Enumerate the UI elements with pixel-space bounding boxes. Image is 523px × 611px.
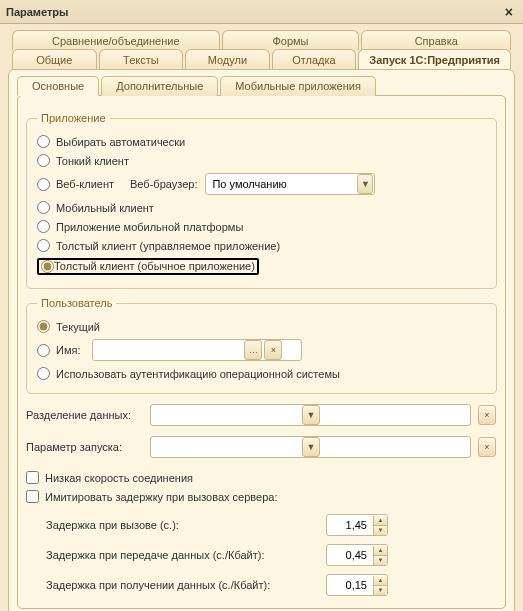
tab-help[interactable]: Справка	[361, 30, 511, 50]
radio-thin-label[interactable]: Тонкий клиент	[56, 155, 129, 167]
radio-web[interactable]	[37, 178, 50, 191]
radio-os-auth-label[interactable]: Использовать аутентификацию операционной…	[56, 368, 340, 380]
web-browser-combo[interactable]: ▼	[205, 173, 375, 195]
tab-texts[interactable]: Тексты	[99, 49, 184, 70]
top-tabs-row2: Общие Тексты Модули Отладка Запуск 1С:Пр…	[8, 49, 515, 70]
main-panel: Основные Дополнительные Мобильные прилож…	[8, 69, 515, 611]
delay-send-spinner[interactable]: ▲▼	[326, 544, 388, 566]
radio-auto-label[interactable]: Выбирать автоматически	[56, 136, 185, 148]
ellipsis-icon[interactable]: …	[244, 340, 262, 360]
delay-recv-input[interactable]	[327, 579, 373, 591]
radio-thick-ordinary-label[interactable]: Толстый клиент (обычное приложение)	[54, 260, 255, 273]
delay-recv-label: Задержка при получении данных (с./Кбайт)…	[46, 579, 326, 591]
radio-current-user-label[interactable]: Текущий	[56, 321, 100, 333]
radio-web-label[interactable]: Веб-клиент	[56, 178, 114, 190]
clear-icon[interactable]: ×	[264, 340, 282, 360]
radio-mobile-client[interactable]	[37, 201, 50, 214]
web-browser-value[interactable]	[206, 174, 356, 194]
radio-current-user[interactable]	[37, 320, 50, 333]
spin-up-icon[interactable]: ▲	[373, 576, 387, 586]
radio-auto[interactable]	[37, 135, 50, 148]
radio-mobile-platform[interactable]	[37, 220, 50, 233]
tab-launch[interactable]: Запуск 1С:Предприятия	[358, 49, 511, 70]
close-icon[interactable]: ×	[501, 4, 517, 20]
checkbox-emulate-delay-label[interactable]: Имитировать задержку при вызовах сервера…	[45, 491, 277, 503]
sub-tabs: Основные Дополнительные Мобильные прилож…	[17, 76, 506, 96]
window-title: Параметры	[6, 6, 501, 18]
data-separation-input[interactable]	[151, 405, 301, 425]
radio-thick-managed-label[interactable]: Толстый клиент (управляемое приложение)	[56, 240, 280, 252]
radio-name-user[interactable]	[37, 344, 50, 357]
radio-mobile-platform-label[interactable]: Приложение мобильной платформы	[56, 221, 243, 233]
spin-down-icon[interactable]: ▼	[373, 586, 387, 595]
radio-thin[interactable]	[37, 154, 50, 167]
subtab-additional[interactable]: Дополнительные	[101, 76, 218, 96]
radio-name-user-label[interactable]: Имя:	[56, 344, 80, 356]
launch-param-label: Параметр запуска:	[26, 441, 144, 453]
group-user: Пользователь Текущий Имя: … × Исп	[26, 297, 497, 394]
clear-icon[interactable]: ×	[478, 405, 496, 425]
delay-send-label: Задержка при передаче данных (с./Кбайт):	[46, 549, 326, 561]
web-browser-label: Веб-браузер:	[130, 178, 197, 190]
delay-call-label: Задержка при вызове (с.):	[46, 519, 326, 531]
data-separation-combo[interactable]: ▼	[150, 404, 471, 426]
delay-recv-spinner[interactable]: ▲▼	[326, 574, 388, 596]
group-user-legend: Пользователь	[37, 297, 116, 309]
group-application: Приложение Выбирать автоматически Тонкий…	[26, 112, 497, 289]
radio-thick-managed[interactable]	[37, 239, 50, 252]
subtab-main[interactable]: Основные	[17, 76, 99, 96]
tab-modules[interactable]: Модули	[185, 49, 270, 70]
checkbox-low-speed[interactable]	[26, 471, 39, 484]
checkbox-low-speed-label[interactable]: Низкая скорость соединения	[45, 472, 193, 484]
delay-call-spinner[interactable]: ▲▼	[326, 514, 388, 536]
spin-up-icon[interactable]: ▲	[373, 516, 387, 526]
radio-mobile-client-label[interactable]: Мобильный клиент	[56, 202, 154, 214]
subtab-mobile[interactable]: Мобильные приложения	[220, 76, 376, 96]
tab-general[interactable]: Общие	[12, 49, 97, 70]
delay-send-input[interactable]	[327, 549, 373, 561]
top-tabs-row1: Сравнение/объединение Формы Справка	[8, 30, 515, 50]
spin-down-icon[interactable]: ▼	[373, 526, 387, 535]
delay-call-input[interactable]	[327, 519, 373, 531]
radio-thick-ordinary[interactable]	[41, 260, 54, 273]
chevron-down-icon[interactable]: ▼	[302, 405, 320, 425]
spin-up-icon[interactable]: ▲	[373, 546, 387, 556]
user-name-combo[interactable]: … ×	[92, 339, 302, 361]
chevron-down-icon[interactable]: ▼	[357, 174, 373, 194]
radio-os-auth[interactable]	[37, 367, 50, 380]
data-separation-label: Разделение данных:	[26, 409, 144, 421]
spin-down-icon[interactable]: ▼	[373, 556, 387, 565]
tab-forms[interactable]: Формы	[222, 30, 360, 50]
launch-param-input[interactable]	[151, 437, 301, 457]
user-name-input[interactable]	[93, 340, 243, 360]
chevron-down-icon[interactable]: ▼	[302, 437, 320, 457]
launch-param-combo[interactable]: ▼	[150, 436, 471, 458]
tab-compare[interactable]: Сравнение/объединение	[12, 30, 220, 50]
checkbox-emulate-delay[interactable]	[26, 490, 39, 503]
clear-icon[interactable]: ×	[478, 437, 496, 457]
tab-debug[interactable]: Отладка	[272, 49, 357, 70]
sub-panel: Приложение Выбирать автоматически Тонкий…	[17, 95, 506, 609]
titlebar: Параметры ×	[0, 0, 523, 24]
group-application-legend: Приложение	[37, 112, 110, 124]
